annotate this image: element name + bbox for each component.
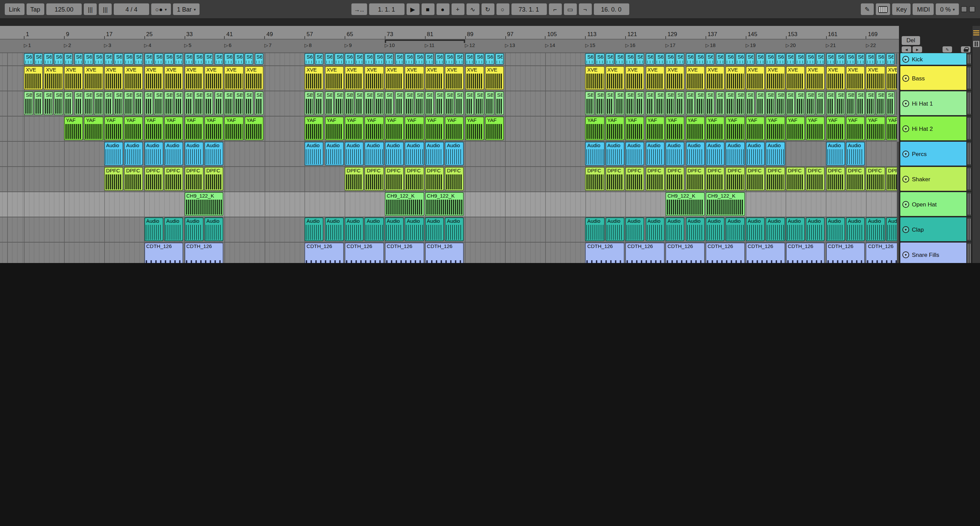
clip-s6[interactable]: S6: [315, 53, 324, 65]
clip-s6[interactable]: S6: [245, 53, 254, 65]
locator-marker[interactable]: ▷19: [746, 42, 756, 48]
clip-audio[interactable]: Audio: [585, 217, 605, 241]
clip-s6[interactable]: S6: [495, 53, 504, 65]
clip-audio[interactable]: Audio: [746, 142, 765, 166]
clip-s6[interactable]: S6: [676, 53, 685, 65]
clip-xve[interactable]: XVE: [345, 66, 364, 90]
clip-s6[interactable]: S6: [124, 53, 133, 65]
clip-s6[interactable]: S6: [214, 53, 223, 65]
track-lane-clap[interactable]: AudioAudioAudioAudioAudioAudioAudioAudio…: [0, 217, 899, 242]
fold-arrow-icon[interactable]: ▸: [902, 56, 909, 62]
clip-sb[interactable]: SB: [445, 91, 454, 115]
clip-yaf[interactable]: YAF: [625, 116, 644, 140]
clip-s6[interactable]: S6: [435, 53, 444, 65]
clip-sb[interactable]: SB: [435, 91, 444, 115]
capture-midi-button[interactable]: ○: [496, 3, 509, 15]
clip-sb[interactable]: SB: [184, 91, 193, 115]
clip-sb[interactable]: SB: [255, 91, 264, 115]
clip-s6[interactable]: S6: [625, 53, 635, 65]
clip-dpfc[interactable]: DPFC: [605, 167, 625, 191]
clip-audio[interactable]: Audio: [786, 217, 805, 241]
clip-cdth-126[interactable]: CDTH_126: [425, 242, 464, 263]
clip-sb[interactable]: SB: [836, 91, 845, 115]
clip-dpfc[interactable]: DPFC: [686, 167, 705, 191]
mixer-grid-icon[interactable]: [973, 41, 979, 47]
clip-xve[interactable]: XVE: [665, 66, 684, 90]
locator-marker[interactable]: ▷12: [465, 42, 475, 48]
clip-dpfc[interactable]: DPFC: [725, 167, 745, 191]
fold-arrow-icon[interactable]: ▾: [902, 251, 909, 258]
track-lane-bass[interactable]: XVEXVEXVEXVEXVEXVEXVEXVEXVEXVEXVEXVEXVEX…: [0, 66, 899, 91]
clip-yaf[interactable]: YAF: [245, 116, 264, 140]
locator-marker[interactable]: ▷8: [304, 42, 312, 48]
clip-xve[interactable]: XVE: [425, 66, 444, 90]
clip-xve[interactable]: XVE: [325, 66, 344, 90]
clip-s6[interactable]: S6: [645, 53, 654, 65]
clip-cdth-126[interactable]: CDTH_126: [184, 242, 223, 263]
clip-sb[interactable]: SB: [776, 91, 785, 115]
clip-cdth-126[interactable]: CDTH_126: [665, 242, 705, 263]
clip-yaf[interactable]: YAF: [665, 116, 684, 140]
locator-marker[interactable]: ▷3: [104, 42, 111, 48]
fold-arrow-icon[interactable]: ▾: [902, 150, 909, 157]
locator-marker[interactable]: ▷21: [826, 42, 835, 48]
clip-sb[interactable]: SB: [365, 91, 374, 115]
clip-sb[interactable]: SB: [625, 91, 635, 115]
clip-sb[interactable]: SB: [866, 91, 875, 115]
clip-sb[interactable]: SB: [846, 91, 855, 115]
clip-audio[interactable]: Audio: [846, 217, 865, 241]
fold-arrow-icon[interactable]: ▾: [902, 100, 909, 107]
punch-out-button[interactable]: ¬: [579, 3, 592, 15]
clip-sb[interactable]: SB: [154, 91, 164, 115]
key-map-button[interactable]: Key: [892, 3, 911, 15]
track-lane-hi-hat-2[interactable]: YAFYAFYAFYAFYAFYAFYAFYAFYAFYAFYAFYAFYAFY…: [0, 116, 899, 142]
clip-sb[interactable]: SB: [856, 91, 865, 115]
clip-ch9-122-k[interactable]: CH9_122_K: [665, 192, 705, 216]
clip-yaf[interactable]: YAF: [64, 116, 83, 140]
clip-sb[interactable]: SB: [335, 91, 344, 115]
clip-xve[interactable]: XVE: [184, 66, 203, 90]
clip-s6[interactable]: S6: [465, 53, 474, 65]
clip-xve[interactable]: XVE: [44, 66, 63, 90]
clip-s6[interactable]: S6: [756, 53, 765, 65]
clip-sb[interactable]: SB: [304, 91, 313, 115]
clip-audio[interactable]: Audio: [345, 142, 364, 166]
clip-yaf[interactable]: YAF: [385, 116, 404, 140]
clip-audio[interactable]: Audio: [766, 217, 785, 241]
clip-xve[interactable]: XVE: [806, 66, 825, 90]
clip-s6[interactable]: S6: [255, 53, 264, 65]
clip-audio[interactable]: Audio: [445, 142, 464, 166]
clip-cdth-126[interactable]: CDTH_126: [304, 242, 344, 263]
clip-sb[interactable]: SB: [114, 91, 123, 115]
clip-s6[interactable]: S6: [826, 53, 835, 65]
nudge-up-button[interactable]: |||: [99, 3, 112, 15]
clip-s6[interactable]: S6: [224, 53, 234, 65]
clip-xve[interactable]: XVE: [204, 66, 223, 90]
clip-xve[interactable]: XVE: [164, 66, 183, 90]
locator-marker[interactable]: ▷1: [24, 42, 31, 48]
clip-s6[interactable]: S6: [304, 53, 313, 65]
clip-yaf[interactable]: YAF: [846, 116, 865, 140]
clip-dpfc[interactable]: DPFC: [124, 167, 143, 191]
clip-s6[interactable]: S6: [355, 53, 364, 65]
locator-marker[interactable]: ▷7: [264, 42, 272, 48]
locator-marker[interactable]: ▷17: [665, 42, 675, 48]
clip-s6[interactable]: S6: [375, 53, 384, 65]
clip-s6[interactable]: S6: [395, 53, 404, 65]
clip-yaf[interactable]: YAF: [405, 116, 424, 140]
clip-xve[interactable]: XVE: [385, 66, 404, 90]
locator-marker[interactable]: ▷4: [144, 42, 151, 48]
clip-dpfc[interactable]: DPFC: [625, 167, 644, 191]
clip-sb[interactable]: SB: [455, 91, 464, 115]
clip-sb[interactable]: SB: [355, 91, 364, 115]
clip-sb[interactable]: SB: [645, 91, 654, 115]
clip-s6[interactable]: S6: [735, 53, 745, 65]
track-lane-kick[interactable]: S6S6S6S6S6S6S6S6S6S6S6S6S6S6S6S6S6S6S6S6…: [0, 53, 899, 66]
track-header-hi-hat-2[interactable]: ▾Hi Hat 2: [900, 116, 971, 140]
clip-sb[interactable]: SB: [214, 91, 223, 115]
clip-s6[interactable]: S6: [886, 53, 895, 65]
clip-s6[interactable]: S6: [816, 53, 825, 65]
clip-s6[interactable]: S6: [415, 53, 424, 65]
tap-tempo-button[interactable]: Tap: [26, 3, 44, 15]
clip-ch9-122-k[interactable]: CH9_122_K: [425, 192, 464, 216]
